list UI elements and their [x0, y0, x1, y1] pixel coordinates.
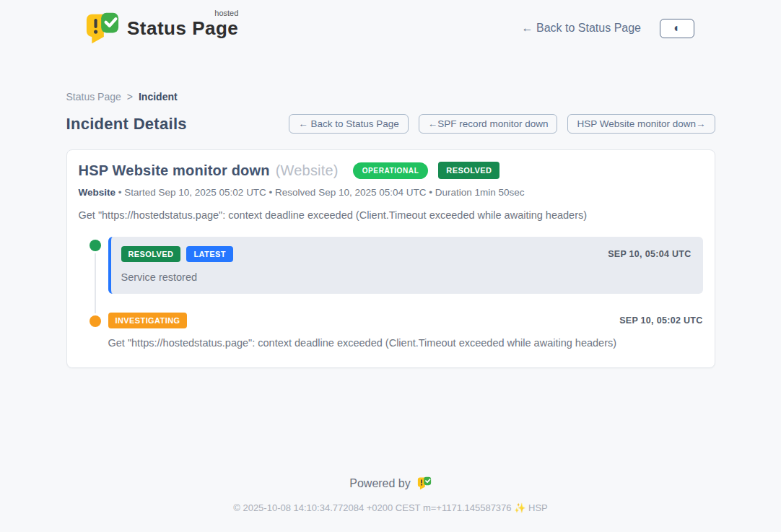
- incident-meta: Website • Started Sep 10, 2025 05:02 UTC…: [79, 187, 703, 198]
- incident-description: Get "https://hostedstatus.page": context…: [79, 209, 703, 221]
- timeline-badges: INVESTIGATING: [108, 313, 188, 328]
- investigating-badge: INVESTIGATING: [108, 313, 188, 328]
- next-incident-button[interactable]: HSP Website monitor down→: [567, 114, 715, 134]
- back-to-status-page-button[interactable]: ← Back to Status Page: [289, 114, 409, 134]
- timeline-timestamp: SEP 10, 05:04 UTC: [608, 249, 691, 259]
- timeline-dot-investigating: [90, 315, 101, 327]
- incident-component: (Website): [276, 162, 339, 179]
- incident-title: HSP Website monitor down: [79, 162, 270, 179]
- timeline-event-row: RESOLVED LATEST SEP 10, 05:04 UTC: [121, 246, 691, 262]
- operational-status-badge: OPERATIONAL: [353, 162, 429, 179]
- breadcrumb: Status Page > Incident: [66, 91, 715, 103]
- breadcrumb-separator: >: [127, 91, 133, 103]
- circle-half-icon: ◐: [673, 22, 681, 34]
- main-content: Status Page > Incident Incident Details …: [66, 91, 715, 368]
- timeline-badges: RESOLVED LATEST: [121, 246, 233, 262]
- copyright-line: © 2025-10-08 14:10:34.772084 +0200 CEST …: [0, 502, 781, 513]
- timeline-message: Get "https://hostedstatus.page": context…: [108, 337, 703, 349]
- statuspage-logo-icon: [85, 12, 120, 45]
- timeline-event-row: INVESTIGATING SEP 10, 05:02 UTC: [108, 313, 703, 328]
- breadcrumb-root-link[interactable]: Status Page: [66, 91, 121, 103]
- breadcrumb-current: Incident: [139, 91, 178, 103]
- logo-hosted-badge: hosted: [214, 9, 238, 17]
- latest-badge: LATEST: [186, 246, 232, 262]
- footer: Powered by © 2025-10-08 14:10:34.772084 …: [0, 476, 781, 532]
- app-logo[interactable]: Status Page hosted: [85, 12, 238, 45]
- timeline-event-resolved: RESOLVED LATEST SEP 10, 05:04 UTC Servic…: [79, 237, 703, 294]
- timeline-message: Service restored: [121, 271, 691, 283]
- timeline-event-investigating: INVESTIGATING SEP 10, 05:02 UTC Get "htt…: [79, 313, 703, 349]
- resolved-badge: RESOLVED: [121, 246, 181, 262]
- theme-toggle-button[interactable]: ◐: [660, 19, 694, 38]
- previous-incident-button[interactable]: ←SPF record monitor down: [419, 114, 558, 134]
- incident-meta-details: • Started Sep 10, 2025 05:02 UTC • Resol…: [115, 187, 525, 198]
- incident-card-header: HSP Website monitor down (Website) OPERA…: [79, 162, 703, 179]
- timeline-dot-resolved: [90, 240, 101, 251]
- incident-nav-buttons: ← Back to Status Page ←SPF record monito…: [289, 114, 715, 134]
- powered-by-label: Powered by: [349, 477, 411, 490]
- incident-meta-component: Website: [79, 187, 116, 198]
- title-row: Incident Details ← Back to Status Page ←…: [66, 114, 715, 134]
- powered-by-row: Powered by: [0, 476, 781, 490]
- hsp-logo-icon[interactable]: [417, 476, 432, 490]
- header-back-link[interactable]: ← Back to Status Page: [522, 22, 641, 35]
- header: Status Page hosted ← Back to Status Page…: [0, 0, 781, 46]
- incident-card: HSP Website monitor down (Website) OPERA…: [66, 149, 715, 368]
- incident-timeline: RESOLVED LATEST SEP 10, 05:04 UTC Servic…: [79, 237, 703, 349]
- timeline-timestamp: SEP 10, 05:02 UTC: [619, 315, 702, 326]
- logo-text: Status Page: [127, 17, 238, 39]
- page-title: Incident Details: [66, 115, 187, 134]
- resolved-status-badge: RESOLVED: [438, 162, 499, 179]
- header-right: ← Back to Status Page ◐: [522, 19, 694, 38]
- timeline-event-box: RESOLVED LATEST SEP 10, 05:04 UTC Servic…: [108, 237, 703, 294]
- logo-text-wrap: Status Page hosted: [127, 12, 238, 40]
